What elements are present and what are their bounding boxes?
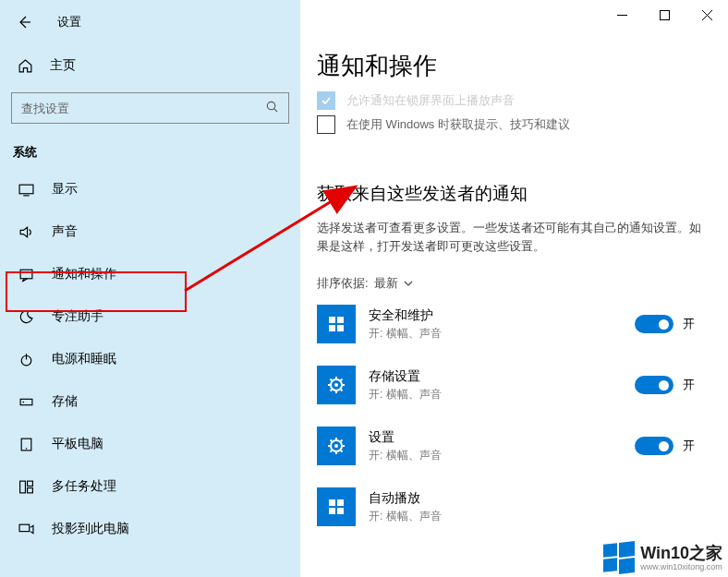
svg-rect-2 xyxy=(20,270,32,279)
watermark: Win10之家 www.win10xitong.com xyxy=(603,542,722,573)
gear-icon xyxy=(317,366,356,404)
sidebar-item-project[interactable]: 投影到此电脑 xyxy=(0,508,300,550)
search-input[interactable] xyxy=(21,102,265,115)
sender-sub: 开: 横幅、声音 xyxy=(369,509,695,524)
gear-icon xyxy=(317,427,356,465)
sender-name: 自动播放 xyxy=(369,490,695,507)
svg-rect-13 xyxy=(329,317,335,323)
svg-point-18 xyxy=(334,383,338,387)
checkbox-row-2[interactable]: 在使用 Windows 时获取提示、技巧和建议 xyxy=(317,115,711,134)
checkbox-icon xyxy=(317,115,335,134)
sender-item[interactable]: 设置 开: 横幅、声音 开 xyxy=(317,427,711,465)
sidebar-item-power[interactable]: 电源和睡眠 xyxy=(0,338,300,380)
display-icon xyxy=(17,182,35,198)
svg-rect-21 xyxy=(329,499,335,506)
sound-icon xyxy=(17,224,35,240)
tablet-icon xyxy=(17,437,35,452)
multitask-icon xyxy=(17,479,35,495)
project-icon xyxy=(17,522,35,537)
checkbox-label: 允许通知在锁屏界面上播放声音 xyxy=(346,92,515,109)
focus-icon xyxy=(17,309,35,325)
sender-item[interactable]: 存储设置 开: 横幅、声音 开 xyxy=(317,366,711,404)
notification-icon xyxy=(17,267,35,282)
nav-list: 显示 声音 通知和操作 专注助手 电源和睡眠 存储 xyxy=(0,168,300,550)
toggle-switch[interactable] xyxy=(635,315,673,333)
search-box[interactable] xyxy=(11,92,289,124)
sender-item[interactable]: 安全和维护 开: 横幅、声音 开 xyxy=(317,305,711,343)
sender-sub: 开: 横幅、声音 xyxy=(369,448,635,463)
main-panel: 通知和操作 允许通知在锁屏界面上播放声音 在使用 Windows 时获取提示、技… xyxy=(300,0,728,577)
sender-name: 安全和维护 xyxy=(369,307,635,324)
svg-rect-14 xyxy=(337,317,344,323)
sidebar: 设置 主页 系统 显示 声音 通知和操作 xyxy=(0,0,300,577)
sender-name: 存储设置 xyxy=(369,368,635,385)
page-title: 通知和操作 xyxy=(317,50,711,82)
toggle-switch[interactable] xyxy=(635,437,673,455)
windows-logo-icon xyxy=(603,542,635,573)
svg-point-20 xyxy=(334,444,338,448)
home-label: 主页 xyxy=(50,57,76,74)
shield-icon xyxy=(317,305,356,343)
svg-point-5 xyxy=(22,401,24,403)
svg-rect-22 xyxy=(337,499,344,506)
sidebar-item-display[interactable]: 显示 xyxy=(0,168,300,210)
svg-point-7 xyxy=(25,448,26,449)
sidebar-item-multitask[interactable]: 多任务处理 xyxy=(0,465,300,508)
svg-rect-11 xyxy=(19,524,30,531)
sender-sub: 开: 横幅、声音 xyxy=(369,326,635,342)
search-icon xyxy=(265,100,279,117)
autoplay-icon xyxy=(317,487,356,526)
minimize-button[interactable] xyxy=(601,0,643,30)
svg-rect-8 xyxy=(19,481,25,493)
power-icon xyxy=(17,352,35,367)
checkbox-icon xyxy=(317,91,335,110)
svg-rect-4 xyxy=(20,399,32,404)
sidebar-item-focus[interactable]: 专注助手 xyxy=(0,295,300,338)
sender-item[interactable]: 自动播放 开: 横幅、声音 xyxy=(317,487,711,526)
sidebar-item-notifications[interactable]: 通知和操作 xyxy=(0,253,300,295)
maximize-button[interactable] xyxy=(643,0,686,30)
sidebar-home[interactable]: 主页 xyxy=(0,48,300,83)
section-title: 获取来自这些发送者的通知 xyxy=(317,182,711,206)
toggle-switch[interactable] xyxy=(635,376,673,394)
sender-name: 设置 xyxy=(369,429,635,446)
sort-row: 排序依据: 最新 xyxy=(317,275,711,292)
window-controls xyxy=(601,0,728,30)
chevron-down-icon xyxy=(404,279,413,288)
sidebar-section-label: 系统 xyxy=(13,144,300,161)
sender-list: 安全和维护 开: 横幅、声音 开 存储设置 开: 横幅、声音 xyxy=(317,305,711,526)
svg-rect-9 xyxy=(27,481,32,486)
sender-sub: 开: 横幅、声音 xyxy=(369,387,635,403)
sidebar-item-sound[interactable]: 声音 xyxy=(0,210,300,253)
home-icon xyxy=(17,58,33,74)
svg-rect-12 xyxy=(660,10,669,19)
svg-rect-23 xyxy=(329,508,335,514)
titlebar: 设置 xyxy=(0,0,300,42)
sort-label: 排序依据: xyxy=(317,275,369,292)
back-button[interactable] xyxy=(11,9,37,35)
storage-icon xyxy=(17,394,35,410)
toggle-label: 开 xyxy=(683,377,695,393)
checkbox-row-1[interactable]: 允许通知在锁屏界面上播放声音 xyxy=(317,91,711,110)
sidebar-item-tablet[interactable]: 平板电脑 xyxy=(0,423,300,465)
watermark-title: Win10之家 xyxy=(640,545,722,561)
toggle-label: 开 xyxy=(683,316,695,332)
section-description: 选择发送者可查看更多设置。一些发送者还可能有其自己的通知设置。如果是这样，打开发… xyxy=(317,219,711,255)
arrow-left-icon xyxy=(17,15,31,30)
svg-rect-1 xyxy=(19,185,33,194)
svg-rect-10 xyxy=(27,487,32,492)
svg-rect-24 xyxy=(337,508,344,514)
sort-dropdown[interactable]: 最新 xyxy=(374,275,413,292)
svg-point-0 xyxy=(267,102,274,109)
close-button[interactable] xyxy=(686,0,728,30)
checkbox-label: 在使用 Windows 时获取提示、技巧和建议 xyxy=(346,116,570,133)
window-title: 设置 xyxy=(57,14,81,30)
svg-rect-16 xyxy=(337,325,344,331)
toggle-label: 开 xyxy=(683,438,695,454)
sidebar-item-storage[interactable]: 存储 xyxy=(0,380,300,423)
svg-rect-15 xyxy=(329,325,335,331)
watermark-url: www.win10xitong.com xyxy=(640,563,722,571)
